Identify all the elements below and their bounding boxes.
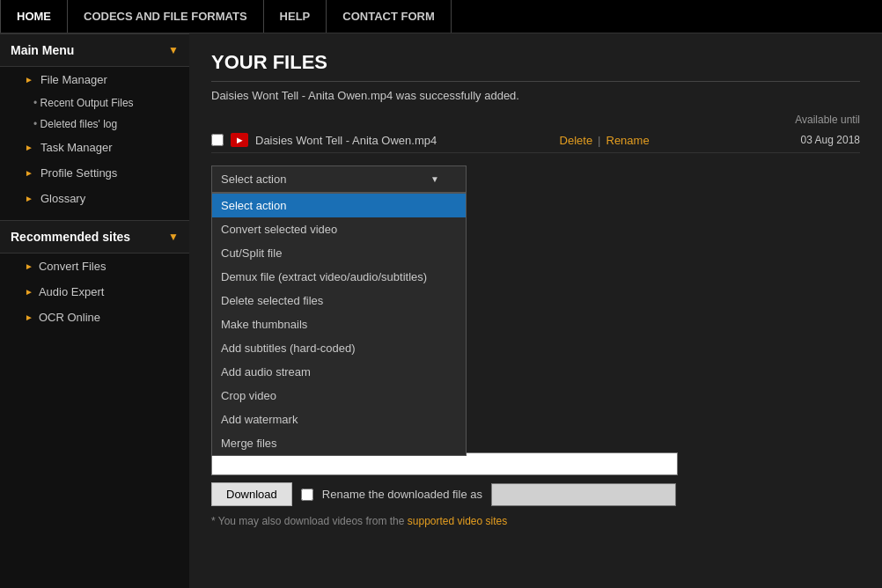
sidebar-item-task-manager[interactable]: ► Task Manager [0, 135, 189, 160]
sidebar-item-glossary[interactable]: ► Glossary [0, 186, 189, 211]
main-menu-header[interactable]: Main Menu ▼ [0, 33, 189, 67]
file-checkbox[interactable] [211, 134, 224, 146]
nav-codecs[interactable]: CODECS AND FILE FORMATS [68, 0, 264, 33]
sidebar-item-label-profile-settings: Profile Settings [40, 166, 117, 180]
convert-files-tri-icon: ► [25, 261, 33, 271]
supported-video-sites-link[interactable]: supported video sites [408, 515, 507, 527]
sidebar: Main Menu ▼ ► File Manager Recent Output… [0, 33, 189, 588]
recommended-sites-header[interactable]: Recommended sites ▼ [0, 220, 189, 254]
ocr-online-tri-icon: ► [25, 312, 33, 322]
nav-home[interactable]: HOME [0, 0, 68, 33]
layout: Main Menu ▼ ► File Manager Recent Output… [0, 33, 882, 588]
sidebar-item-label-file-manager: File Manager [40, 73, 107, 86]
select-action-label: Select action [221, 173, 286, 186]
sidebar-ext-label-ocr: OCR Online [39, 311, 100, 324]
dropdown-item-subtitles[interactable]: Add subtitles (hard-coded) [212, 336, 466, 360]
sidebar-item-convert-files[interactable]: ► Convert Files [0, 254, 189, 279]
rename-checkbox[interactable] [301, 489, 313, 501]
rename-input[interactable] [491, 483, 676, 506]
select-action-display[interactable]: Select action ▼ [211, 165, 467, 193]
sidebar-ext-label-audio: Audio Expert [39, 285, 104, 298]
glossary-tri-icon: ► [25, 194, 33, 203]
available-until-date: 03 Aug 2018 [772, 134, 860, 146]
sidebar-item-recent-output[interactable]: Recent Output Files [0, 92, 189, 114]
dropdown-item-watermark[interactable]: Add watermark [212, 408, 466, 431]
file-manager-tri-icon: ► [25, 75, 33, 85]
dropdown-item-cut-split[interactable]: Cut/Split file [212, 241, 466, 265]
footer-note: * You may also download videos from the … [211, 515, 860, 527]
footer-note-text: * You may also download videos from the [211, 515, 404, 527]
select-action-caret-icon: ▼ [430, 174, 439, 184]
main-menu-arrow: ▼ [168, 44, 179, 56]
file-row-left: ▶ Daisies Wont Tell - Anita Owen.mp4 [211, 133, 437, 147]
page-title: YOUR FILES [211, 51, 860, 82]
rename-label: Rename the downloaded file as [322, 488, 482, 501]
file-type-icon: ▶ [231, 133, 248, 147]
file-row-right: 03 Aug 2018 [772, 134, 860, 146]
sidebar-item-profile-settings[interactable]: ► Profile Settings [0, 160, 189, 186]
sidebar-ext-label-convert: Convert Files [39, 260, 107, 273]
file-name: Daisies Wont Tell - Anita Owen.mp4 [255, 134, 437, 147]
dropdown-item-convert[interactable]: Convert selected video [212, 217, 466, 241]
sidebar-item-label-task-manager: Task Manager [40, 141, 113, 154]
delete-link[interactable]: Delete [560, 134, 593, 147]
main-content: YOUR FILES Daisies Wont Tell - Anita Owe… [189, 33, 882, 588]
file-row: ▶ Daisies Wont Tell - Anita Owen.mp4 Del… [211, 128, 860, 153]
success-message: Daisies Wont Tell - Anita Owen.mp4 was s… [211, 89, 860, 102]
dropdown-item-merge[interactable]: Merge files [212, 431, 466, 455]
dropdown-item-crop[interactable]: Crop video [212, 384, 466, 408]
dropdown-item-demux[interactable]: Demux file (extract video/audio/subtitle… [212, 265, 466, 289]
dropdown-item-audio-stream[interactable]: Add audio stream [212, 360, 466, 384]
file-actions: Delete | Rename [560, 134, 650, 147]
main-menu-label: Main Menu [11, 43, 74, 57]
dropdown-item-delete-files[interactable]: Delete selected files [212, 289, 466, 312]
sidebar-item-ocr-online[interactable]: ► OCR Online [0, 305, 189, 330]
sidebar-item-file-manager[interactable]: ► File Manager [0, 67, 189, 92]
sidebar-item-label-glossary: Glossary [40, 192, 85, 205]
sidebar-sub-label-recent: Recent Output Files [40, 97, 134, 109]
sidebar-sub-label-deleted: Deleted files' log [40, 118, 118, 130]
audio-expert-tri-icon: ► [25, 287, 33, 297]
sidebar-item-audio-expert[interactable]: ► Audio Expert [0, 279, 189, 305]
select-action-container: Select action ▼ Select action Convert se… [211, 165, 467, 193]
nav-contact[interactable]: CONTACT FORM [327, 0, 451, 33]
nav-help[interactable]: HELP [264, 0, 327, 33]
recommended-label: Recommended sites [11, 230, 130, 244]
download-row: Download Rename the downloaded file as [211, 482, 860, 506]
dropdown-item-select-action[interactable]: Select action [212, 194, 466, 217]
rename-link[interactable]: Rename [606, 134, 650, 147]
sidebar-item-deleted-log[interactable]: Deleted files' log [0, 114, 189, 135]
recommended-arrow-icon: ▼ [168, 231, 179, 243]
task-manager-tri-icon: ► [25, 143, 33, 152]
file-action-separator: | [598, 134, 600, 147]
available-until-label: Available until [795, 114, 860, 126]
download-button[interactable]: Download [211, 482, 292, 506]
profile-settings-tri-icon: ► [25, 168, 33, 178]
top-nav: HOME CODECS AND FILE FORMATS HELP CONTAC… [0, 0, 882, 33]
select-action-dropdown: Select action Convert selected video Cut… [211, 193, 467, 456]
dropdown-item-thumbnails[interactable]: Make thumbnails [212, 312, 466, 336]
